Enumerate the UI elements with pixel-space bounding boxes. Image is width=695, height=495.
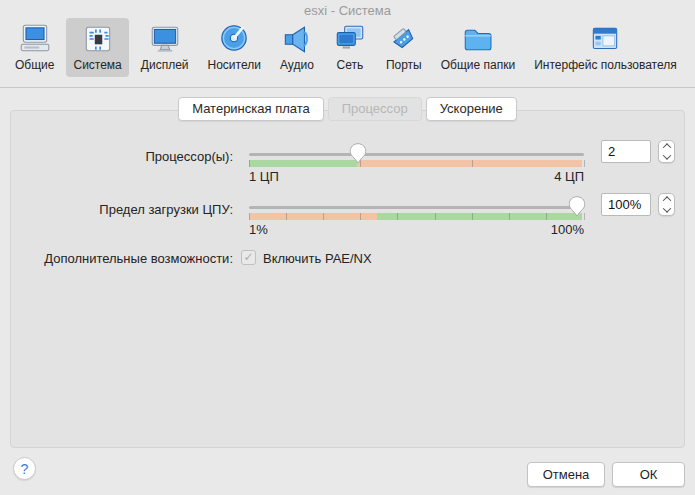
stepper-down-button[interactable] <box>659 205 674 216</box>
slider-thumb[interactable] <box>349 143 366 164</box>
slider-track[interactable] <box>249 206 584 209</box>
slider-color-band <box>249 160 582 167</box>
user-interface-window-icon <box>588 22 622 56</box>
toolbar-item-shared-folders[interactable]: Общие папки <box>434 18 522 77</box>
settings-toolbar: Общие Система Дисплей Носители Аудио <box>8 18 695 77</box>
ports-plug-icon <box>387 22 421 56</box>
toolbar-item-label: Носители <box>208 58 261 72</box>
audio-speaker-icon <box>280 22 314 56</box>
toolbar-item-ports[interactable]: Порты <box>379 18 429 77</box>
slider-scale: 1% 100% <box>249 222 584 237</box>
tab-processor[interactable]: Процессор <box>328 97 422 121</box>
slider-scale: 1 ЦП 4 ЦП <box>249 169 584 184</box>
toolbar-divider <box>0 87 695 88</box>
cancel-button[interactable]: Отмена <box>527 462 605 487</box>
toolbar-item-label: Сеть <box>337 58 364 72</box>
chevron-down-icon <box>662 151 670 159</box>
slider-thumb[interactable] <box>569 196 586 217</box>
pae-nx-checkbox-label: Включить PAE/NX <box>263 251 372 266</box>
system-chip-icon <box>81 22 115 56</box>
pae-nx-checkbox: ✓ <box>241 250 256 265</box>
slider-track[interactable] <box>249 153 584 156</box>
toolbar-item-general[interactable]: Общие <box>8 18 61 77</box>
toolbar-item-user-interface[interactable]: Интерфейс пользователя <box>527 18 684 77</box>
shared-folder-icon <box>461 22 495 56</box>
toolbar-item-system[interactable]: Система <box>66 18 128 77</box>
execution-cap-label: Предел загрузки ЦПУ: <box>11 202 233 217</box>
processor-count-label: Процессор(ы): <box>11 149 233 164</box>
toolbar-item-label: Общие <box>15 58 54 72</box>
toolbar-item-label: Порты <box>386 58 422 72</box>
toolbar-item-audio[interactable]: Аудио <box>273 18 321 77</box>
vm-settings-dialog: esxi - Система Общие Система Дисплей Нос… <box>0 0 695 495</box>
tab-motherboard[interactable]: Материнская плата <box>178 97 324 121</box>
processor-count-stepper <box>658 140 675 163</box>
toolbar-item-label: Общие папки <box>441 58 515 72</box>
toolbar-item-display[interactable]: Дисплей <box>134 18 196 77</box>
toolbar-item-label: Дисплей <box>141 58 189 72</box>
processor-count-slider[interactable]: 1 ЦП 4 ЦП <box>249 142 584 188</box>
display-monitor-icon <box>148 22 182 56</box>
slider-min-label: 1% <box>249 222 268 237</box>
network-computers-icon <box>333 22 367 56</box>
toolbar-item-storage[interactable]: Носители <box>201 18 268 77</box>
extended-features-label: Дополнительные возможности: <box>11 251 233 266</box>
ok-button[interactable]: ОК <box>612 462 685 487</box>
general-computer-icon <box>18 22 52 56</box>
execution-cap-stepper <box>658 193 675 216</box>
slider-color-band <box>249 213 582 220</box>
check-icon: ✓ <box>243 251 253 264</box>
content-panel: Процессор(ы): 1 ЦП 4 ЦП Предел загрузки … <box>10 110 685 448</box>
question-mark-icon: ? <box>21 461 29 477</box>
slider-min-label: 1 ЦП <box>249 169 279 184</box>
slider-max-label: 100% <box>551 222 584 237</box>
storage-disk-icon <box>217 22 251 56</box>
settings-tab-bar: Материнская плата Процессор Ускорение <box>0 97 695 121</box>
slider-max-label: 4 ЦП <box>554 169 584 184</box>
chevron-down-icon <box>662 204 670 212</box>
stepper-down-button[interactable] <box>659 152 674 163</box>
processor-count-field[interactable] <box>601 140 651 163</box>
toolbar-item-network[interactable]: Сеть <box>326 18 374 77</box>
toolbar-item-label: Система <box>73 58 121 72</box>
toolbar-item-label: Аудио <box>280 58 314 72</box>
execution-cap-field[interactable] <box>601 193 651 216</box>
toolbar-item-label: Интерфейс пользователя <box>534 58 677 72</box>
execution-cap-slider[interactable]: 1% 100% <box>249 195 584 241</box>
help-button[interactable]: ? <box>13 457 36 480</box>
window-title: esxi - Система <box>0 3 695 18</box>
tab-acceleration[interactable]: Ускорение <box>426 97 517 121</box>
